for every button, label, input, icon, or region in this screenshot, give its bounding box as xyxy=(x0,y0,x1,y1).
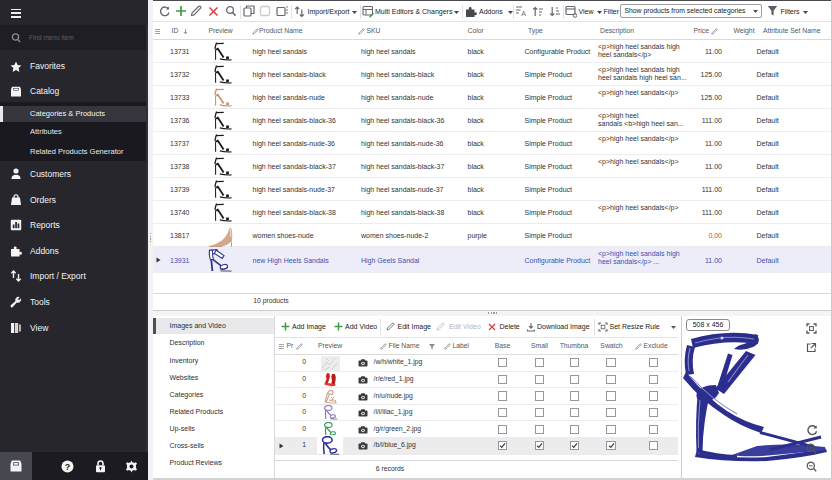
svg-text:?: ? xyxy=(65,461,71,471)
svg-text:A: A xyxy=(521,10,526,17)
